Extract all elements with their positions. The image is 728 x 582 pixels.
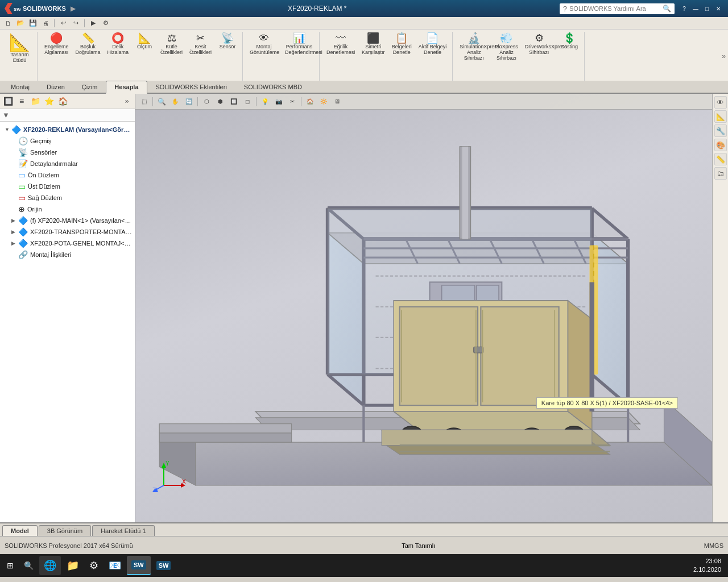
rp-measure-btn[interactable]: 📏 — [714, 153, 727, 165]
tab-solidworks-eklentileri[interactable]: SOLIDWORKS Eklentileri — [147, 81, 235, 93]
new-btn[interactable]: 🗋 — [2, 18, 14, 28]
rp-appearance-btn[interactable]: 🎨 — [714, 139, 727, 151]
ribbon-btn-driveworks[interactable]: ⚙ DriveWorksXpressSihirbazı — [523, 32, 556, 63]
rp-dimension-btn[interactable]: 📐 — [714, 110, 727, 123]
vp-view-btn[interactable]: ⬚ — [138, 96, 150, 107]
logo-arrow[interactable]: ▶ — [71, 5, 75, 13]
lpt-expand[interactable]: » — [121, 95, 133, 107]
vp-view-norm-btn[interactable]: 🔆 — [317, 96, 330, 107]
rp-tools-btn[interactable]: 🔧 — [714, 124, 727, 137]
ribbon-btn-delik[interactable]: ⭕ DelikHizalama — [105, 32, 131, 57]
costing-icon: 💲 — [563, 33, 576, 43]
tab-model[interactable]: Model — [2, 525, 38, 536]
ribbon-expand[interactable]: » — [722, 32, 726, 81]
sensorler-icon: 📡 — [18, 148, 28, 157]
tree-item-sensorler[interactable]: 📡 Sensörler — [0, 147, 135, 158]
tree-item-pota[interactable]: ▶ 🔷 XF2020-POTA-GENEL MONTAJ<1> ( — [0, 238, 135, 249]
undo-btn[interactable]: ↩ — [57, 18, 69, 28]
search-input[interactable] — [569, 5, 660, 12]
tab-duzen[interactable]: Düzen — [38, 81, 73, 93]
rp-view-btn[interactable]: 👁 — [714, 96, 727, 109]
mail-btn[interactable]: 📧 — [104, 556, 126, 575]
rp-layers-btn[interactable]: 🗂 — [714, 167, 727, 180]
vp-display-btn3[interactable]: 🔲 — [228, 96, 240, 107]
tab-3b-goruntum[interactable]: 3B Görünüm — [39, 525, 91, 536]
tree-label-transporter: XF2020-TRANSPORTER-MONTAJ.SLD — [30, 228, 133, 235]
tree-item-main[interactable]: ▶ 🔷 (f) XF2020-MAIN<1> (Varsayılan<Go — [0, 215, 135, 226]
vp-display-btn1[interactable]: ⬡ — [200, 96, 213, 107]
ribbon-btn-kesit[interactable]: ✂ KesitÖzellikleri — [187, 32, 214, 57]
ribbon-btn-design-study[interactable]: 📐 TasarımEtüdü — [6, 32, 34, 66]
open-btn[interactable]: 📂 — [15, 18, 26, 28]
ribbon-btn-simetri[interactable]: ⬛ SimetriKarşılaştır — [359, 32, 387, 57]
ribbon-btn-bosluk[interactable]: 📏 BoşlukDoğrulama — [73, 32, 103, 57]
save-btn[interactable]: 💾 — [27, 18, 39, 28]
search-bar[interactable]: ? 🔍 — [560, 3, 675, 14]
help-btn[interactable]: ? — [679, 4, 689, 13]
tree-item-transporter[interactable]: ▶ 🔷 XF2020-TRANSPORTER-MONTAJ.SLD — [0, 226, 135, 238]
tree-item-montaj-iliskileri[interactable]: 🔗 Montaj İlişkileri — [0, 249, 135, 260]
lpt-btn-1[interactable]: 🔲 — [2, 95, 14, 107]
tree-item-on-duzlem[interactable]: ▭ Ön Düzlem — [0, 169, 135, 181]
vp-pan-btn[interactable]: ✋ — [169, 96, 181, 107]
maximize-btn[interactable]: □ — [702, 4, 712, 13]
vp-light-btn[interactable]: 💡 — [259, 96, 271, 107]
tree-top-item[interactable]: ▼ 🔷 XF2020-REKLAM (Varsayılan<Görüntü D — [0, 124, 135, 135]
ribbon-btn-kutle[interactable]: ⚖ KütleÖzellikleri — [158, 32, 185, 57]
tab-cizim[interactable]: Çizim — [73, 81, 106, 93]
ribbon-btn-eğrilik[interactable]: 〰 EğrilikDenetlemesi — [324, 32, 357, 57]
vp-camera-btn[interactable]: 📷 — [272, 96, 285, 107]
svg-text:Y: Y — [166, 460, 169, 467]
svg-rect-40 — [462, 147, 469, 239]
ribbon-btn-simulationxpress[interactable]: 🔬 SimulationXpressAnaliz Sihirbazı — [457, 32, 490, 63]
rebuild-btn[interactable]: ▶ — [88, 18, 99, 28]
start-btn[interactable]: ⊞ — [2, 556, 18, 575]
minimize-btn[interactable]: — — [690, 4, 701, 13]
tree-label-montaj-iliskileri: Montaj İlişkileri — [30, 251, 71, 258]
tab-montaj[interactable]: Montaj — [2, 81, 38, 93]
ribbon-btn-aktif-belge[interactable]: 📄 Aktif BelgeyiDenetle — [416, 32, 449, 57]
vp-display-btn4[interactable]: ◻ — [241, 96, 254, 107]
lpt-btn-4[interactable]: ⭐ — [43, 95, 55, 107]
folder-btn[interactable]: 📁 — [62, 556, 84, 575]
ribbon-btn-floxpress[interactable]: 💨 FloXpressAnalizSihirbazı — [493, 32, 520, 63]
tree-item-detaylandirmalar[interactable]: 📝 Detaylandırmalar — [0, 158, 135, 169]
tree-item-gecmis[interactable]: 🕒 Geçmiş — [0, 135, 135, 147]
vp-section-btn[interactable]: ✂ — [286, 96, 299, 107]
tree-item-sag-duzlem[interactable]: ▭ Sağ Düzlem — [0, 192, 135, 203]
ribbon-btn-performans[interactable]: 📊 PerformansDeğerlendirmesi — [283, 32, 316, 57]
settings-btn[interactable]: ⚙ — [85, 556, 103, 575]
options-btn[interactable]: ⚙ — [100, 18, 111, 28]
tab-solidworks-mbd[interactable]: SOLIDWORKS MBD — [235, 81, 311, 93]
tree-item-ust-duzlem[interactable]: ▭ Üst Düzlem — [0, 181, 135, 192]
lpt-btn-2[interactable]: ≡ — [15, 95, 28, 107]
print-btn[interactable]: 🖨 — [40, 18, 51, 28]
simulation-tools: 🔬 SimulationXpressAnaliz Sihirbazı 💨 Flo… — [457, 32, 581, 63]
solidworks-btn2[interactable]: SW — [152, 556, 176, 575]
ribbon-btn-belgeler[interactable]: 📋 BelgeleriDenetle — [390, 32, 414, 57]
ribbon-btn-montaj-goruntuleme[interactable]: 👁 MontajGörüntüleme — [247, 32, 280, 57]
close-btn[interactable]: ✕ — [713, 4, 723, 13]
search-btn[interactable]: 🔍 — [19, 556, 38, 575]
delik-icon: ⭕ — [111, 33, 124, 43]
tab-hareket-etudu[interactable]: Hareket Etüdü 1 — [92, 525, 155, 536]
lpt-btn-3[interactable]: 📁 — [29, 95, 42, 107]
vp-view-fit-btn[interactable]: 🖥 — [331, 96, 344, 107]
vp-zoom-btn[interactable]: 🔍 — [155, 96, 168, 107]
vp-rotate-btn[interactable]: 🔄 — [183, 96, 195, 107]
tab-hesapla[interactable]: Hesapla — [106, 81, 147, 94]
lpt-btn-5[interactable]: 🏠 — [56, 95, 69, 107]
gecmis-icon: 🕒 — [18, 136, 28, 146]
tree-item-orijin[interactable]: ⊕ Orijin — [0, 203, 135, 215]
vp-view-orient-btn[interactable]: 🏠 — [304, 96, 316, 107]
redo-btn[interactable]: ↪ — [70, 18, 81, 28]
ribbon-btn-sensor[interactable]: 📡 Sensör — [216, 32, 239, 57]
vp-display-btn2[interactable]: ⬢ — [214, 96, 226, 107]
viewport[interactable]: ⬚ 🔍 ✋ 🔄 ⬡ ⬢ 🔲 ◻ 💡 📷 ✂ 🏠 🔆 🖥 — [135, 94, 712, 522]
solidworks-btn[interactable]: SW — [127, 556, 151, 575]
svg-marker-61 — [382, 430, 592, 445]
ribbon-btn-olcum[interactable]: 📐 Ölçüm — [133, 32, 156, 57]
ribbon-btn-costing[interactable]: 💲 Costing — [558, 32, 581, 63]
ribbon-btn-engelleme[interactable]: 🔴 EngellemeAlgılaması — [42, 32, 71, 57]
browser-btn[interactable]: 🌐 — [39, 556, 61, 575]
